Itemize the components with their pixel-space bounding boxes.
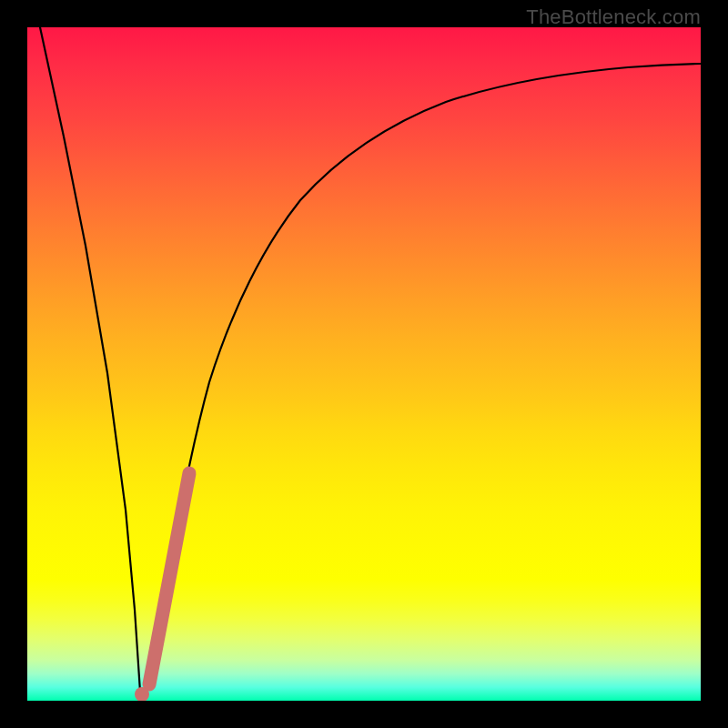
watermark-text: TheBottleneck.com (526, 5, 701, 29)
accent-segment-line (149, 473, 189, 684)
chart-frame: TheBottleneck.com (0, 0, 728, 728)
chart-curves-svg (27, 27, 701, 701)
descending-curve-path (40, 27, 142, 697)
ascending-curve-path (142, 64, 701, 697)
plot-area (27, 27, 701, 701)
